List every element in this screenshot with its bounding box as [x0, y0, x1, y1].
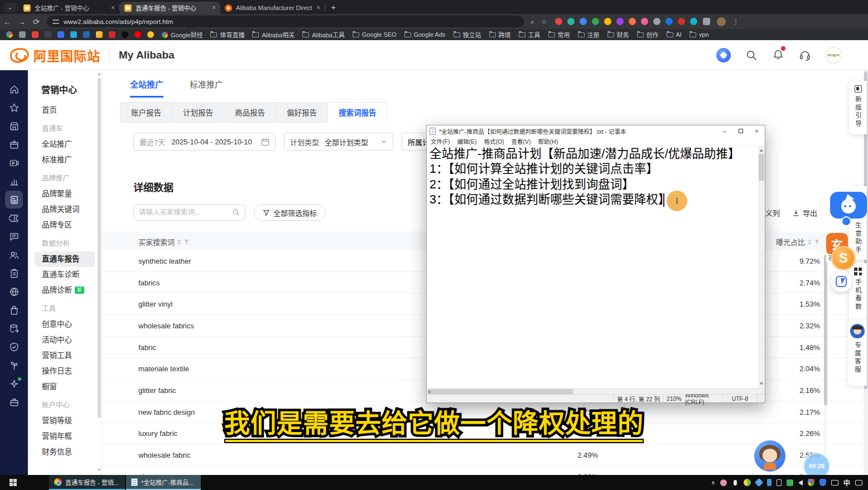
bookmark-folder[interactable]: 常用: [548, 30, 570, 39]
sidebar-item-standard[interactable]: 标准推广: [28, 152, 102, 168]
notepad-text-area[interactable]: 全站推广-推商品计划【新品加速/潜力品成长/优爆品助推】 1：【如何计算全站推计…: [427, 146, 765, 388]
headset-icon[interactable]: [799, 49, 811, 61]
sort-icons[interactable]: [177, 239, 181, 245]
skype-icon[interactable]: S: [831, 246, 856, 270]
tray-wechat-icon[interactable]: [787, 479, 793, 486]
sidebar-item-operation-log[interactable]: 操作日志: [28, 363, 102, 379]
scroll-up-arrow[interactable]: [760, 149, 763, 152]
account-menu[interactable]: WINIW ⌄: [826, 47, 837, 64]
taskbar-chrome-app[interactable]: 直通车报告 - 营销...: [49, 475, 125, 490]
rail-star-icon[interactable]: [5, 99, 23, 117]
dedicated-service-tab[interactable]: 专属客服: [848, 320, 867, 386]
bookmark-favicon[interactable]: [109, 31, 115, 38]
tab-preference-report[interactable]: 偏好报告: [276, 102, 328, 123]
browser-tab[interactable]: 全站推广 - 营销中心 ×: [19, 2, 119, 14]
scroll-up-arrow[interactable]: [98, 72, 101, 75]
rail-briefcase-icon[interactable]: [5, 393, 23, 411]
extension-icon[interactable]: [653, 18, 660, 25]
bookmark-folder[interactable]: 工具: [519, 30, 541, 39]
bookmark-item[interactable]: Google财经: [162, 30, 202, 39]
tab-close-icon[interactable]: ×: [212, 4, 216, 12]
rail-bag-icon[interactable]: [5, 301, 23, 319]
new-tab-button[interactable]: +: [331, 2, 336, 12]
sidebar-item-showcase[interactable]: 橱窗: [28, 379, 102, 395]
rail-box-icon[interactable]: [5, 135, 23, 154]
tray-speaker-icon[interactable]: [798, 480, 803, 486]
rail-database-icon[interactable]: [5, 319, 23, 338]
tray-defender-icon[interactable]: [819, 479, 826, 486]
tray-microphone-icon[interactable]: [734, 480, 737, 486]
back-button[interactable]: ←: [0, 17, 15, 26]
col-buyer-search-term[interactable]: 买家搜索词: [138, 236, 190, 247]
assistant-bubble-icon[interactable]: [830, 192, 867, 219]
search-input[interactable]: [139, 208, 232, 216]
bookmark-favicon[interactable]: [70, 31, 77, 38]
extension-icon[interactable]: [604, 18, 611, 25]
bookmark-folder[interactable]: 财务: [607, 30, 629, 39]
table-scrollbar[interactable]: [824, 250, 827, 475]
scrollbar-thumb[interactable]: [824, 255, 827, 405]
search-box[interactable]: [133, 204, 245, 221]
notepad-window[interactable]: *全站推广-推商品【如何通过数据判断哪些关键词需要降权】.txt - 记事本 –…: [426, 125, 765, 403]
notepad-horizontal-scrollbar[interactable]: [427, 388, 765, 394]
rail-clipboard-icon[interactable]: [5, 264, 23, 283]
funnel-icon[interactable]: [184, 239, 190, 245]
bookmark-folder[interactable]: Google SEO: [353, 31, 397, 38]
tab-plan-report[interactable]: 计划报告: [172, 102, 224, 123]
mobile-data-tab[interactable]: 手机看数: [849, 263, 867, 323]
rail-globe-icon[interactable]: [5, 283, 23, 301]
extension-icon[interactable]: [629, 18, 636, 25]
rail-store-icon[interactable]: [5, 117, 23, 135]
filter-metrics-button[interactable]: 全部筛选指标: [254, 204, 326, 221]
rail-chart-icon[interactable]: [5, 172, 23, 191]
bookmark-favicon[interactable]: [45, 31, 51, 38]
maximize-button[interactable]: [732, 125, 749, 137]
export-button[interactable]: 导出: [792, 207, 817, 218]
start-button[interactable]: [0, 475, 26, 490]
resize-grip[interactable]: [757, 395, 765, 402]
tray-bird-icon[interactable]: [755, 478, 764, 487]
rail-video-icon[interactable]: [5, 154, 23, 172]
plan-type-select[interactable]: 计划类型 全部计划类型: [284, 133, 393, 151]
sidebar-scrollbar[interactable]: [98, 71, 101, 473]
extension-icon[interactable]: [616, 18, 624, 25]
tab-account-report[interactable]: 账户报告: [120, 102, 172, 123]
tab-standard[interactable]: 标准推广: [190, 78, 223, 98]
search-icon[interactable]: [745, 49, 758, 61]
scrollbar-thumb[interactable]: [428, 389, 573, 394]
sidebar-item-activity-center[interactable]: 活动中心: [28, 332, 102, 348]
sidebar-item-brand-keywords[interactable]: 品牌关键词: [28, 202, 102, 217]
sidebar-item-finance-info[interactable]: 财务信息: [28, 444, 102, 460]
extension-icon[interactable]: [555, 18, 562, 25]
rail-users-icon[interactable]: [5, 246, 23, 264]
rail-ticket-icon[interactable]: [5, 209, 23, 227]
tray-globe-icon[interactable]: [744, 479, 751, 486]
notepad-titlebar[interactable]: *全站推广-推商品【如何通过数据判断哪些关键词需要降权】.txt - 记事本 –…: [427, 125, 765, 137]
menu-view[interactable]: 查看(V): [512, 137, 531, 145]
date-range-picker[interactable]: 最近7天 2025-10-04 - 2025-10-10: [133, 133, 276, 151]
scroll-right-arrow[interactable]: [428, 390, 431, 394]
bookmark-folder[interactable]: 创作: [637, 30, 659, 39]
bookmark-folder[interactable]: 跨境: [489, 30, 511, 39]
browser-tab[interactable]: Alibaba Manufacturer Direct ×: [220, 2, 325, 14]
tray-security-shield-icon[interactable]: [808, 479, 814, 486]
col-exposure-share[interactable]: 曝光占比: [776, 236, 820, 247]
rail-sparkle-icon[interactable]: [5, 375, 23, 393]
tray-expand-icon[interactable]: ∧: [711, 479, 715, 486]
table-row[interactable]: wholesale fabric2.49%2.50%: [102, 444, 868, 466]
bookmark-folder[interactable]: 独立站: [454, 30, 481, 39]
customer-service-avatar[interactable]: [754, 440, 785, 472]
tab-product-report[interactable]: 商品报告: [224, 102, 276, 123]
input-method-indicator[interactable]: 中: [843, 478, 850, 487]
rail-ad-report-icon-active[interactable]: [5, 191, 23, 208]
notifications[interactable]: [772, 48, 784, 62]
sidebar-item-marketing-level[interactable]: 营销等级: [28, 413, 102, 429]
bookmark-folder[interactable]: AI: [667, 31, 682, 38]
sidebar-item-annual-frame[interactable]: 营销年框: [28, 429, 102, 444]
browser-menu-icon[interactable]: ⋮: [732, 17, 740, 26]
extension-icon[interactable]: [678, 18, 685, 25]
bookmark-favicon[interactable]: [96, 31, 103, 38]
tab-sitewide-active[interactable]: 全站推广: [130, 78, 163, 98]
alibaba-logo[interactable]: 阿里国际站: [10, 46, 100, 65]
tray-usb-icon[interactable]: [777, 479, 782, 486]
